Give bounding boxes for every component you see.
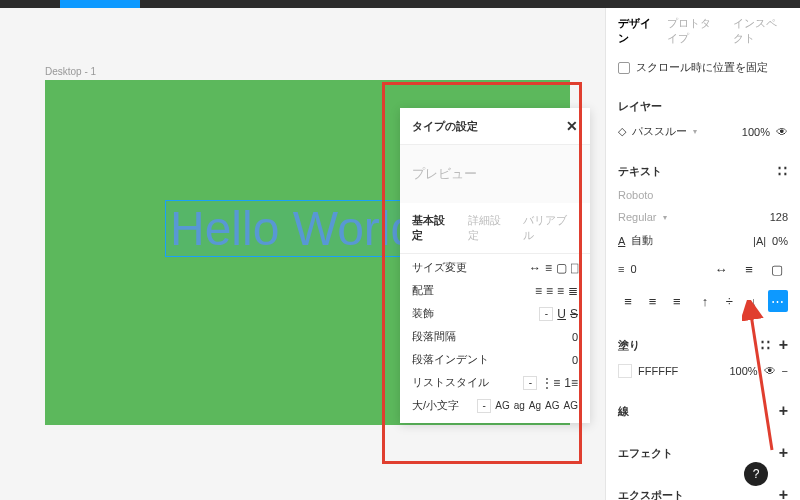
- tab-inspect[interactable]: インスペクト: [733, 16, 788, 46]
- fix-scroll-checkbox[interactable]: [618, 62, 630, 74]
- fill-header: 塗り: [618, 338, 640, 353]
- add-fill-button[interactable]: +: [779, 336, 788, 354]
- para-indent-value[interactable]: 0: [572, 354, 578, 366]
- add-export-button[interactable]: +: [779, 486, 788, 500]
- selected-text[interactable]: Hello World: [165, 200, 422, 257]
- add-effect-button[interactable]: +: [779, 444, 788, 462]
- para-indent-label: 段落インデント: [412, 352, 489, 367]
- h-align-justify-icon[interactable]: ≣: [568, 284, 578, 298]
- type-panel-title: タイプの設定: [412, 119, 478, 134]
- list-numbered-icon[interactable]: 1≡: [564, 376, 578, 390]
- font-family[interactable]: Roboto: [618, 189, 653, 201]
- pass-through-icon: ◇: [618, 125, 626, 138]
- case-upper-button[interactable]: AG: [495, 400, 509, 411]
- case-title-button[interactable]: Ag: [529, 400, 541, 411]
- stroke-header: 線: [618, 404, 629, 419]
- case-forced-smallcaps-button[interactable]: AG: [564, 400, 578, 411]
- fix-scroll-label: スクロール時に位置を固定: [636, 60, 768, 75]
- visibility-icon[interactable]: 👁: [776, 125, 788, 139]
- case-none-icon[interactable]: -: [477, 399, 491, 413]
- fill-styles-icon[interactable]: ∷: [761, 337, 771, 353]
- letter-spacing[interactable]: 0%: [772, 235, 788, 247]
- resize-label: サイズ変更: [412, 260, 467, 275]
- sidebar-tabs: デザイン プロトタイプ インスペクト: [618, 16, 788, 46]
- resize-truncate-icon[interactable]: ⎕: [571, 261, 578, 275]
- align-middle-icon[interactable]: ÷: [719, 290, 739, 312]
- blend-mode[interactable]: パススルー: [632, 124, 687, 139]
- font-size[interactable]: 128: [770, 211, 788, 223]
- line-height[interactable]: 自動: [631, 233, 653, 248]
- effects-header: エフェクト: [618, 446, 673, 461]
- fill-swatch[interactable]: [618, 364, 632, 378]
- line-height-icon: A: [618, 235, 625, 247]
- strikethrough-icon[interactable]: S: [570, 307, 578, 321]
- layer-opacity[interactable]: 100%: [742, 126, 770, 138]
- fill-visibility-icon[interactable]: 👁: [764, 364, 776, 378]
- type-settings-panel: タイプの設定 ✕ プレビュー 基本設定 詳細設定 バリアブル サイズ変更 ↔ ≡…: [400, 108, 590, 423]
- underline-icon[interactable]: U: [557, 307, 566, 321]
- auto-height-icon[interactable]: ≡: [738, 258, 760, 280]
- h-align-right-icon[interactable]: ≡: [557, 284, 564, 298]
- fill-opacity[interactable]: 100%: [729, 365, 757, 377]
- para-spacing-value[interactable]: 0: [572, 331, 578, 343]
- case-lower-button[interactable]: ag: [514, 400, 525, 411]
- type-settings-button[interactable]: ⋯: [768, 290, 788, 312]
- tab-basic[interactable]: 基本設定: [412, 213, 456, 243]
- h-align-center-icon[interactable]: ≡: [546, 284, 553, 298]
- tab-design[interactable]: デザイン: [618, 16, 655, 46]
- list-style-label: リストスタイル: [412, 375, 489, 390]
- text-styles-icon[interactable]: ∷: [778, 163, 788, 179]
- top-toolbar: [0, 0, 800, 8]
- resize-fixed-icon[interactable]: ▢: [556, 261, 567, 275]
- resize-auto-height-icon[interactable]: ≡: [545, 261, 552, 275]
- decoration-label: 装飾: [412, 306, 434, 321]
- decoration-none-icon[interactable]: -: [539, 307, 553, 321]
- align-label: 配置: [412, 283, 434, 298]
- list-bullet-icon[interactable]: ⋮≡: [541, 376, 560, 390]
- fill-hex[interactable]: FFFFFF: [638, 365, 678, 377]
- tab-prototype[interactable]: プロトタイプ: [667, 16, 722, 46]
- close-icon[interactable]: ✕: [566, 118, 578, 134]
- h-align-left-icon[interactable]: ≡: [535, 284, 542, 298]
- case-smallcaps-button[interactable]: AG: [545, 400, 559, 411]
- export-header: エクスポート: [618, 488, 684, 501]
- resize-auto-width-icon[interactable]: ↔: [529, 261, 541, 275]
- align-center-icon[interactable]: ≡: [642, 290, 662, 312]
- align-left-icon[interactable]: ≡: [618, 290, 638, 312]
- letter-spacing-icon: |A|: [753, 235, 766, 247]
- add-stroke-button[interactable]: +: [779, 402, 788, 420]
- remove-fill-button[interactable]: −: [782, 365, 788, 377]
- layer-header: レイヤー: [618, 99, 662, 114]
- frame-label[interactable]: Desktop - 1: [45, 66, 96, 77]
- align-top-icon[interactable]: ↑: [695, 290, 715, 312]
- inspector-sidebar: デザイン プロトタイプ インスペクト スクロール時に位置を固定 レイヤー ◇ パ…: [605, 8, 800, 500]
- case-label: 大/小文字: [412, 398, 459, 413]
- chevron-down-icon[interactable]: ▾: [693, 127, 697, 136]
- fixed-size-icon[interactable]: ▢: [766, 258, 788, 280]
- text-header: テキスト: [618, 164, 662, 179]
- align-bottom-icon[interactable]: ↓: [743, 290, 763, 312]
- paragraph-spacing[interactable]: 0: [630, 263, 636, 275]
- para-spacing-label: 段落間隔: [412, 329, 456, 344]
- help-button[interactable]: ?: [744, 462, 768, 486]
- list-none-icon[interactable]: -: [523, 376, 537, 390]
- tab-variable[interactable]: バリアブル: [523, 213, 578, 243]
- auto-width-icon[interactable]: ↔: [710, 258, 732, 280]
- type-preview: プレビュー: [400, 145, 590, 203]
- paragraph-spacing-icon: ≡: [618, 263, 624, 275]
- align-right-icon[interactable]: ≡: [667, 290, 687, 312]
- font-weight[interactable]: Regular: [618, 211, 657, 223]
- chevron-down-icon[interactable]: ▾: [663, 213, 667, 222]
- tab-advanced[interactable]: 詳細設定: [468, 213, 512, 243]
